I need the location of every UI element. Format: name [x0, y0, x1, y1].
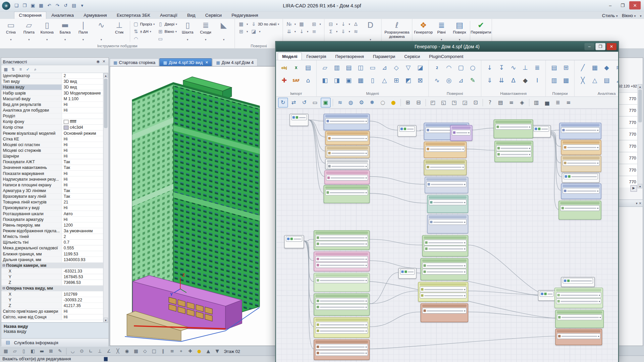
style-menu[interactable]: Стиль ▾ — [602, 13, 618, 18]
node-card[interactable] — [315, 298, 368, 304]
graph-node[interactable] — [325, 131, 370, 145]
new-document-icon[interactable]: ❏ — [13, 2, 20, 9]
beam-load-icon[interactable]: I — [531, 74, 543, 87]
output-port-icon[interactable] — [464, 242, 466, 243]
snap-add-icon[interactable]: ✚ — [186, 347, 194, 355]
property-row[interactable]: Дальня границя, мм1340003.93 — [1, 257, 104, 263]
wall-window-icon[interactable]: ▥ — [331, 62, 342, 74]
bulb-off-icon[interactable]: ○ — [378, 98, 388, 107]
property-row[interactable]: Світло прив'язано до камериНі — [1, 309, 104, 314]
property-value[interactable]: Так — [62, 159, 104, 165]
point-load-icon[interactable]: ↓ — [484, 62, 495, 74]
slab-tool-button[interactable]: ▱Плита▾ — [20, 20, 38, 41]
beam-icon[interactable]: ▭ — [367, 62, 378, 74]
output-port-icon[interactable] — [366, 138, 367, 139]
snap-endpoint-icon[interactable]: □ — [150, 347, 158, 355]
output-port-icon[interactable] — [597, 147, 598, 148]
ramp-icon[interactable]: ⊿ — [379, 62, 390, 74]
color-swatch[interactable] — [64, 120, 69, 124]
graph-node[interactable] — [562, 173, 600, 183]
mesh-plate-button[interactable]: ▦▾ — [237, 20, 249, 27]
line-load-icon[interactable]: ⇓ — [484, 74, 495, 87]
output-port-icon[interactable] — [366, 153, 367, 154]
globe-icon[interactable]: ◍ — [346, 98, 356, 107]
apply-icon[interactable]: ✓ — [24, 66, 31, 72]
snap-magnet-icon[interactable]: ◡ — [68, 347, 76, 355]
property-row[interactable]: Арматура у 3D лініямиТак — [1, 188, 104, 194]
chart-icon[interactable]: ▅ — [542, 98, 552, 107]
property-row[interactable]: X-63321.33 — [1, 268, 104, 274]
effective-length-button[interactable]: ℓРозрахункова довжина — [384, 20, 410, 39]
node-card[interactable] — [420, 293, 467, 298]
floor-icon[interactable]: ▤ — [343, 62, 354, 74]
property-value[interactable]: М 1:100 — [62, 96, 104, 102]
color-swatch[interactable] — [64, 125, 69, 129]
select-columns-icon[interactable]: ▯ — [20, 347, 28, 355]
surface-tool-button[interactable]: ◪▾ — [250, 28, 280, 35]
output-port-icon[interactable] — [599, 301, 600, 302]
levels-scrollbar[interactable]: ▲ ▼ — [637, 84, 643, 188]
point-icon[interactable]: ○ — [467, 62, 478, 74]
area-load-icon[interactable]: ↧ — [496, 62, 507, 74]
output-port-icon[interactable] — [597, 190, 598, 192]
node-card[interactable] — [325, 190, 368, 195]
graph-node[interactable] — [561, 277, 595, 287]
node-card[interactable] — [496, 152, 531, 157]
snap-parallel-icon[interactable]: ∥ — [159, 347, 167, 355]
align-elements-button[interactable]: ≡ — [310, 28, 322, 35]
snap-angle-icon[interactable]: ∠ — [105, 347, 113, 355]
import-obj-icon[interactable]: obj — [278, 62, 290, 74]
node-card[interactable] — [326, 175, 368, 181]
property-row[interactable]: Y167845.53 — [1, 274, 104, 280]
property-value[interactable]: 41217.35 — [62, 303, 104, 308]
import-saf-icon[interactable]: SAF — [290, 74, 302, 87]
auto-update-icon[interactable]: ↻ — [278, 98, 288, 107]
property-value[interactable]: 1340003.93 — [62, 257, 104, 262]
graph-node[interactable] — [324, 170, 370, 184]
import-dxf-icon[interactable]: ✚ — [278, 74, 290, 87]
redo-icon[interactable]: ↷ — [54, 2, 61, 9]
property-row[interactable]: Z73696.53 — [1, 280, 104, 286]
generator-title-bar[interactable]: Генератор - Дом 4.spf (Дом 4) –❐✕ — [276, 42, 618, 52]
property-row[interactable]: X102769 — [1, 291, 104, 297]
search-icon[interactable]: ⌕ — [32, 66, 39, 72]
document-tab[interactable]: ▦Стартова сторінка — [110, 58, 159, 66]
node-card[interactable] — [452, 130, 471, 135]
spiral-tool-button[interactable]: ∿▾ — [93, 20, 110, 41]
graph-node[interactable] — [532, 125, 551, 137]
wall-tool-button[interactable]: ▭Стіна▾ — [2, 20, 20, 41]
property-row[interactable]: Надписувати значення резу...Ні — [1, 177, 104, 182]
node-card[interactable] — [315, 328, 368, 334]
node-card[interactable] — [315, 350, 368, 356]
snap-grid-icon[interactable]: ▦ — [132, 347, 140, 355]
property-row[interactable]: Аналітика для побудовиНі — [1, 108, 104, 113]
graph-node[interactable] — [314, 252, 370, 272]
open-icon[interactable]: ❒ — [21, 2, 28, 9]
customize-toolbar-icon[interactable]: ▾ — [78, 2, 86, 9]
ribbon-tab[interactable]: Армування — [79, 11, 112, 19]
graph-node[interactable] — [555, 329, 602, 345]
node-card[interactable] — [315, 304, 368, 310]
close-panel-icon[interactable]: ✕ — [101, 59, 107, 63]
output-port-icon[interactable] — [366, 324, 367, 325]
graph-node[interactable] — [398, 268, 417, 279]
storey-number-icon[interactable]: 2 — [431, 62, 443, 74]
graph-node[interactable] — [561, 183, 601, 199]
node-card[interactable] — [325, 118, 368, 124]
load-case-icon[interactable]: ≣ — [531, 62, 543, 74]
node-card[interactable] — [327, 163, 368, 169]
property-row[interactable]: Масштаб видуМ 1:100 — [1, 96, 104, 102]
viewport-tr-icon[interactable]: ◳ — [449, 98, 459, 107]
graph-node[interactable] — [555, 310, 604, 328]
grid-icon[interactable]: ⊞ — [390, 74, 402, 87]
help-icon[interactable]: ? — [485, 98, 495, 107]
output-port-icon[interactable] — [366, 192, 367, 193]
storey-table-icon[interactable]: ▦ — [560, 74, 572, 87]
regen-icon[interactable]: ↺ — [300, 98, 309, 107]
output-port-icon[interactable] — [464, 248, 466, 249]
expand-all-icon[interactable]: ≡ — [17, 66, 24, 72]
panel-icon[interactable]: ◨ — [331, 74, 342, 87]
property-row[interactable]: Колір фонуffffff — [1, 119, 104, 125]
graph-node[interactable] — [314, 273, 370, 292]
support-icon[interactable]: ⊥ — [520, 62, 531, 74]
